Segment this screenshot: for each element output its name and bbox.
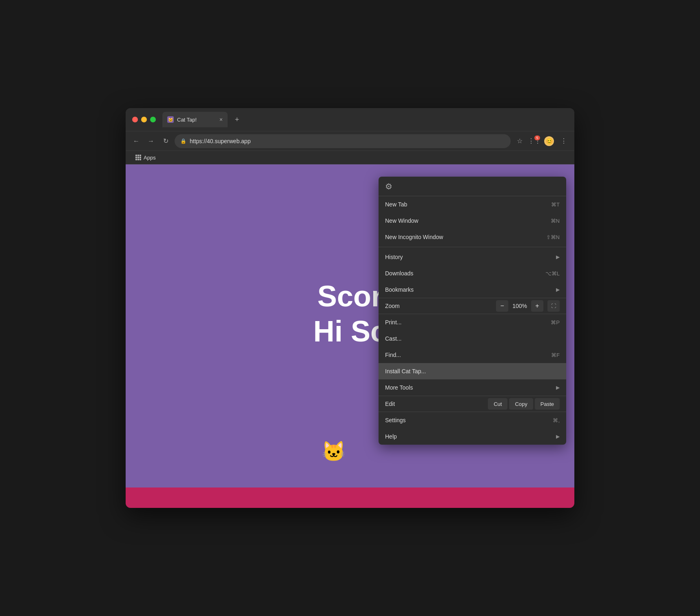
- menu-item-more-tools[interactable]: More Tools ▶: [379, 379, 566, 396]
- maximize-button[interactable]: [150, 117, 156, 122]
- menu-divider-1: [379, 247, 566, 247]
- forward-button[interactable]: →: [145, 135, 157, 147]
- fullscreen-button[interactable]: ⛶: [547, 300, 560, 312]
- tab-favicon: 🐱: [167, 116, 174, 123]
- page-content: Scor Hi Sc 🐱 ⚙ New Tab ⌘T New Window ⌘N: [126, 164, 574, 508]
- menu-item-incognito[interactable]: New Incognito Window ⇧⌘N: [379, 229, 566, 245]
- edit-row: Edit Cut Copy Paste: [379, 396, 566, 412]
- page-text: Scor Hi Sc: [313, 279, 387, 349]
- traffic-lights: [132, 117, 156, 122]
- menu-item-new-tab[interactable]: New Tab ⌘T: [379, 196, 566, 213]
- menu-item-history[interactable]: History ▶: [379, 249, 566, 265]
- settings-gear-icon: ⚙: [385, 182, 392, 191]
- menu-item-print[interactable]: Print... ⌘P: [379, 314, 566, 330]
- score-text-line2: Hi Sc: [313, 314, 387, 349]
- context-menu: ⚙ New Tab ⌘T New Window ⌘N New Incognito…: [379, 177, 566, 445]
- fullscreen-icon: ⛶: [551, 303, 556, 309]
- paste-button[interactable]: Paste: [535, 398, 560, 410]
- lock-icon: 🔒: [180, 138, 186, 144]
- address-bar[interactable]: 🔒 https://40.superweb.app: [175, 134, 511, 148]
- copy-button[interactable]: Copy: [509, 398, 533, 410]
- url-text: https://40.superweb.app: [190, 138, 505, 144]
- edit-label: Edit: [385, 401, 488, 407]
- minimize-button[interactable]: [141, 117, 147, 122]
- zoom-label: Zoom: [385, 303, 496, 309]
- apps-grid-icon: [135, 155, 141, 160]
- more-button[interactable]: ⋮: [558, 135, 569, 147]
- new-tab-button[interactable]: +: [231, 113, 243, 126]
- zoom-value: 100%: [509, 303, 530, 309]
- menu-item-help[interactable]: Help ▶: [379, 428, 566, 445]
- pink-footer-bar: [126, 487, 574, 508]
- menu-item-new-window[interactable]: New Window ⌘N: [379, 213, 566, 229]
- tab-title: Cat Tap!: [177, 117, 197, 123]
- avatar: 😊: [544, 136, 554, 146]
- zoom-plus-button[interactable]: +: [531, 300, 543, 312]
- score-text-line1: Scor: [313, 279, 387, 314]
- close-button[interactable]: [132, 117, 138, 122]
- refresh-button[interactable]: ↻: [160, 135, 171, 147]
- toolbar-right: ☆ ⋮⋮ 5 😊 ⋮: [514, 135, 569, 147]
- cat-sprite: 🐱: [321, 440, 346, 463]
- menu-item-install[interactable]: Install Cat Tap...: [379, 363, 566, 379]
- zoom-row: Zoom − 100% + ⛶: [379, 298, 566, 314]
- menu-header: ⚙: [379, 177, 566, 196]
- back-button[interactable]: ←: [131, 135, 142, 147]
- bookmark-star-icon[interactable]: ☆: [514, 135, 525, 147]
- address-bar-row: ← → ↻ 🔒 https://40.superweb.app ☆ ⋮⋮ 5 😊…: [126, 131, 574, 151]
- menu-item-cast[interactable]: Cast...: [379, 330, 566, 347]
- apps-label: Apps: [144, 155, 156, 161]
- bookmarks-bar: Apps: [126, 151, 574, 164]
- active-tab[interactable]: 🐱 Cat Tap! ×: [162, 112, 228, 127]
- extensions-button[interactable]: ⋮⋮ 5: [529, 135, 540, 147]
- tab-close-button[interactable]: ×: [219, 116, 223, 123]
- zoom-minus-button[interactable]: −: [496, 300, 508, 312]
- browser-window: 🐱 Cat Tap! × + ← → ↻ 🔒 https://40.superw…: [126, 108, 574, 508]
- cut-button[interactable]: Cut: [488, 398, 507, 410]
- apps-bookmark[interactable]: Apps: [132, 153, 159, 162]
- edit-buttons: Cut Copy Paste: [488, 398, 560, 410]
- avatar-button[interactable]: 😊: [543, 135, 555, 147]
- menu-item-downloads[interactable]: Downloads ⌥⌘L: [379, 265, 566, 281]
- zoom-controls: − 100% + ⛶: [496, 300, 560, 312]
- menu-item-find[interactable]: Find... ⌘F: [379, 347, 566, 363]
- extensions-badge: 5: [534, 135, 540, 140]
- title-bar: 🐱 Cat Tap! × +: [126, 108, 574, 131]
- menu-item-bookmarks[interactable]: Bookmarks ▶: [379, 281, 566, 298]
- menu-item-settings[interactable]: Settings ⌘,: [379, 412, 566, 428]
